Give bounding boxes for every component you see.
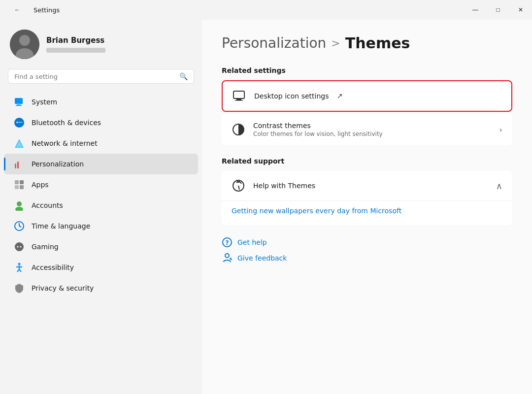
- time-icon: [14, 221, 25, 231]
- desktop-icon-settings-label: Desktop icon settings: [254, 92, 329, 100]
- svg-rect-5: [16, 105, 22, 106]
- breadcrumb-separator: >: [331, 37, 340, 49]
- close-button[interactable]: ✕: [509, 0, 532, 20]
- contrast-themes-item[interactable]: Contrast themes Color themes for low vis…: [222, 114, 512, 145]
- svg-point-21: [15, 242, 24, 251]
- svg-rect-13: [20, 180, 24, 184]
- app-body: Brian Burgess 🔍 System: [0, 20, 532, 394]
- external-link-icon: ↗: [337, 92, 343, 100]
- svg-rect-14: [15, 185, 19, 189]
- svg-rect-12: [15, 180, 19, 184]
- get-help-label: Get help: [237, 238, 267, 246]
- user-info: Brian Burgess: [46, 36, 105, 53]
- help-with-themes-label: Help with Themes: [253, 182, 315, 190]
- sidebar-label-bluetooth: Bluetooth & devices: [32, 119, 101, 127]
- sidebar-label-network: Network & internet: [32, 139, 98, 147]
- svg-rect-31: [235, 100, 243, 101]
- get-help-link[interactable]: ? Get help: [222, 237, 512, 248]
- personalization-icon: [14, 159, 25, 169]
- svg-rect-10: [15, 164, 16, 168]
- search-container: 🔍: [0, 69, 202, 92]
- titlebar-left: ← Settings: [6, 0, 60, 20]
- sidebar-item-apps[interactable]: Apps: [4, 174, 198, 195]
- svg-point-38: [225, 254, 229, 258]
- bluetooth-icon: ⬳: [14, 117, 25, 128]
- desktop-icon-settings-item[interactable]: Desktop icon settings ↗: [223, 81, 511, 111]
- contrast-themes-sublabel: Color themes for low vision, light sensi…: [253, 131, 492, 137]
- contrast-themes-icon: [232, 123, 245, 136]
- svg-point-1: [19, 35, 30, 46]
- breadcrumb-parent[interactable]: Personalization: [222, 35, 326, 51]
- desktop-icon: [233, 89, 246, 103]
- system-icon: [14, 97, 25, 107]
- privacy-icon: [14, 283, 25, 294]
- give-feedback-icon: [222, 253, 233, 263]
- give-feedback-link[interactable]: Give feedback: [222, 253, 512, 263]
- minimize-button[interactable]: —: [464, 0, 487, 20]
- svg-line-28: [19, 269, 21, 272]
- sidebar-item-system[interactable]: System: [4, 92, 198, 112]
- support-card: Help with Themes ∧ Getting new wallpaper…: [222, 171, 512, 225]
- desktop-icon-settings-card[interactable]: Desktop icon settings ↗: [222, 80, 512, 112]
- titlebar: ← Settings — □ ✕: [0, 0, 532, 20]
- wallpaper-link[interactable]: Getting new wallpapers every day from Mi…: [232, 207, 401, 215]
- sidebar-label-gaming: Gaming: [32, 243, 59, 251]
- sidebar-item-accounts[interactable]: Accounts: [4, 195, 198, 216]
- svg-text:?: ?: [226, 239, 229, 246]
- related-settings-title: Related settings: [222, 66, 512, 74]
- sidebar-item-accessibility[interactable]: Accessibility: [4, 257, 198, 278]
- user-profile[interactable]: Brian Burgess: [0, 25, 202, 69]
- svg-rect-29: [233, 91, 244, 98]
- app-title: Settings: [33, 6, 60, 14]
- sidebar-label-accounts: Accounts: [32, 201, 63, 209]
- sidebar-item-network[interactable]: Network & internet: [4, 133, 198, 154]
- search-input[interactable]: [14, 73, 175, 80]
- chevron-right-icon: ›: [499, 125, 502, 134]
- sidebar-item-time[interactable]: Time & language: [4, 216, 198, 236]
- window-controls: — □ ✕: [464, 0, 532, 20]
- related-support-section: Related support Help with Themes ∧: [222, 157, 512, 225]
- back-button[interactable]: ←: [6, 0, 29, 20]
- support-expanded: Getting new wallpapers every day from Mi…: [222, 200, 512, 225]
- help-icon: [232, 179, 245, 193]
- sidebar-label-time: Time & language: [32, 222, 90, 230]
- svg-point-16: [17, 201, 22, 206]
- related-support-title: Related support: [222, 157, 512, 165]
- sidebar-item-personalization[interactable]: Personalization: [4, 154, 198, 174]
- sidebar-label-accessibility: Accessibility: [32, 263, 74, 271]
- help-with-themes-header[interactable]: Help with Themes ∧: [222, 171, 512, 200]
- breadcrumb-current: Themes: [345, 34, 410, 52]
- gaming-icon: [14, 241, 25, 252]
- sidebar-item-bluetooth[interactable]: ⬳ Bluetooth & devices: [4, 112, 198, 133]
- accounts-icon: [14, 200, 25, 211]
- search-icon: 🔍: [179, 72, 188, 80]
- sidebar-item-privacy[interactable]: Privacy & security: [4, 278, 198, 298]
- search-box: 🔍: [8, 69, 194, 84]
- svg-point-23: [20, 246, 22, 248]
- svg-line-20: [19, 226, 21, 227]
- svg-point-22: [17, 246, 19, 248]
- content-area: Personalization > Themes Related setting…: [202, 20, 532, 394]
- sidebar-label-privacy: Privacy & security: [32, 284, 94, 292]
- svg-text:⬳: ⬳: [16, 119, 23, 127]
- svg-rect-11: [17, 162, 19, 168]
- chevron-up-icon: ∧: [496, 181, 502, 191]
- svg-rect-4: [17, 104, 21, 105]
- svg-rect-3: [15, 98, 23, 104]
- give-feedback-label: Give feedback: [237, 254, 287, 262]
- contrast-themes-label: Contrast themes: [253, 122, 492, 130]
- svg-rect-15: [20, 185, 24, 189]
- user-name: Brian Burgess: [46, 36, 105, 45]
- svg-line-35: [238, 186, 239, 190]
- bottom-links: ? Get help Give feedback: [222, 237, 512, 263]
- sidebar-label-system: System: [32, 98, 57, 106]
- svg-point-24: [18, 263, 21, 265]
- user-status-bar: [46, 48, 105, 53]
- avatar: [10, 30, 39, 59]
- network-icon: [14, 138, 25, 149]
- contrast-themes-text: Contrast themes Color themes for low vis…: [253, 122, 492, 137]
- maximize-button[interactable]: □: [487, 0, 509, 20]
- get-help-icon: ?: [222, 237, 233, 248]
- sidebar-item-gaming[interactable]: Gaming: [4, 236, 198, 257]
- contrast-themes-card[interactable]: Contrast themes Color themes for low vis…: [222, 114, 512, 145]
